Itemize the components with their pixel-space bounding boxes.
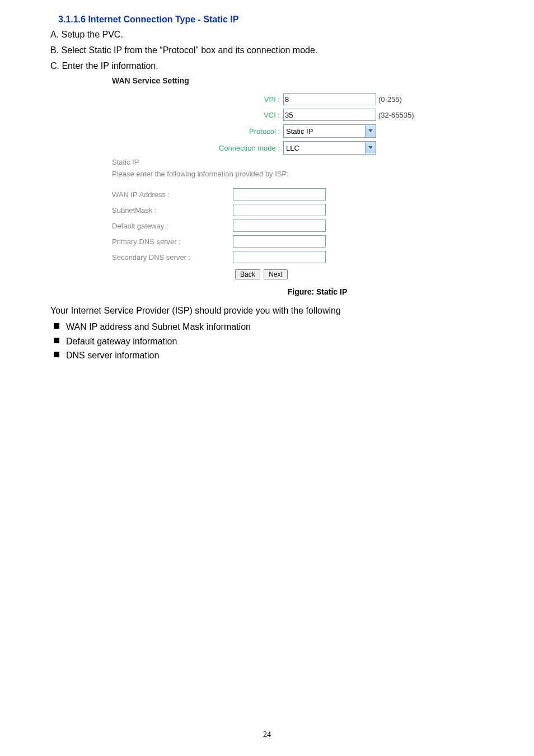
connmode-label: Connection mode : — [112, 144, 283, 152]
static-ip-section-label: Static IP — [112, 158, 470, 166]
section-heading: 3.1.1.6 Internet Connection Type - Stati… — [58, 15, 484, 25]
isp-intro-text: Your Internet Service Provider (ISP) sho… — [50, 304, 484, 318]
step-c: C. Enter the IP information. — [50, 59, 484, 73]
chevron-down-icon — [365, 125, 376, 137]
bullet-gateway: Default gateway information — [50, 334, 484, 349]
chevron-down-icon — [365, 142, 376, 153]
panel-title: WAN Service Setting — [112, 76, 470, 85]
protocol-label: Protocol : — [112, 127, 283, 136]
secondary-dns-input[interactable] — [233, 251, 326, 263]
vpi-label: VPI : — [112, 95, 283, 104]
bullet-dns: DNS server information — [50, 348, 484, 363]
vpi-input[interactable] — [283, 93, 376, 105]
connmode-select[interactable]: LLC — [283, 141, 376, 155]
primary-dns-label: Primary DNS server : — [112, 237, 233, 246]
page-number: 24 — [0, 730, 534, 739]
vpi-hint: (0-255) — [378, 95, 402, 104]
protocol-select[interactable]: Static IP — [283, 124, 376, 138]
svg-marker-1 — [368, 146, 373, 149]
figure-caption: Figure: Static IP — [50, 287, 534, 296]
svg-marker-0 — [368, 129, 373, 132]
wan-ip-label: WAN IP Address : — [112, 190, 233, 199]
gateway-input[interactable] — [233, 220, 326, 232]
connmode-value: LLC — [284, 144, 365, 152]
secondary-dns-label: Secondary DNS server : — [112, 253, 233, 262]
step-a: A. Setup the PVC. — [50, 28, 484, 41]
step-b: B. Select Static IP from the “Protocol” … — [50, 44, 484, 57]
protocol-value: Static IP — [284, 127, 365, 136]
bullet-wanip: WAN IP address and Subnet Mask informati… — [50, 320, 484, 334]
vci-label: VCI : — [112, 111, 283, 119]
back-button[interactable]: Back — [235, 269, 260, 279]
subnet-input[interactable] — [233, 204, 326, 216]
subnet-label: SubnetMask : — [112, 206, 233, 214]
next-button[interactable]: Next — [264, 269, 288, 279]
vci-hint: (32-65535) — [378, 111, 414, 119]
vci-input[interactable] — [283, 109, 376, 121]
static-ip-note: Please enter the following information p… — [112, 170, 470, 178]
wan-ip-input[interactable] — [233, 188, 326, 200]
gateway-label: Default gateway : — [112, 222, 233, 230]
primary-dns-input[interactable] — [233, 235, 326, 248]
